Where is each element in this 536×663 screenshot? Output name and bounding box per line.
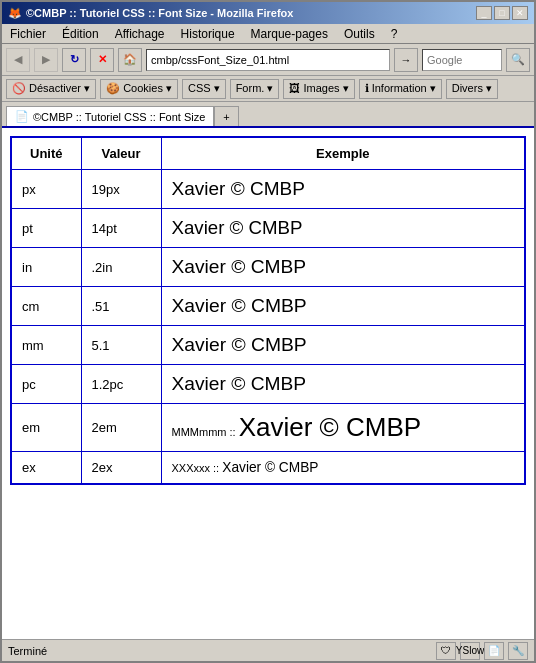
divers-button[interactable]: Divers ▾ xyxy=(446,79,498,99)
status-text: Terminé xyxy=(8,645,436,657)
go-button[interactable]: → xyxy=(394,48,418,72)
window-title: ©CMBP :: Tutoriel CSS :: Font Size - Moz… xyxy=(26,7,293,19)
cell-valeur: 2ex xyxy=(81,452,161,485)
cell-unite: px xyxy=(11,170,81,209)
close-button[interactable]: ✕ xyxy=(512,6,528,20)
cell-exemple: XXXxxx :: Xavier © CMBP xyxy=(161,452,525,485)
cell-exemple: Xavier © CMBP xyxy=(161,209,525,248)
title-bar-buttons: _ □ ✕ xyxy=(476,6,528,20)
cell-unite: pt xyxy=(11,209,81,248)
table-row: px19pxXavier © CMBP xyxy=(11,170,525,209)
cell-valeur: 5.1 xyxy=(81,326,161,365)
cookies-button[interactable]: 🍪 Cookies ▾ xyxy=(100,79,178,99)
title-bar: 🦊 ©CMBP :: Tutoriel CSS :: Font Size - M… xyxy=(2,2,534,24)
table-row: cm.51Xavier © CMBP xyxy=(11,287,525,326)
table-row: pt14ptXavier © CMBP xyxy=(11,209,525,248)
tab-bar: 📄 ©CMBP :: Tutoriel CSS :: Font Size + xyxy=(2,102,534,128)
cell-valeur: 19px xyxy=(81,170,161,209)
css-button[interactable]: CSS ▾ xyxy=(182,79,226,99)
yslow-button[interactable]: YSlow xyxy=(460,642,480,660)
reload-button[interactable]: ↻ xyxy=(62,48,86,72)
cell-unite: cm xyxy=(11,287,81,326)
cell-valeur: .2in xyxy=(81,248,161,287)
content-area: Unité Valeur Exemple px19pxXavier © CMBP… xyxy=(2,128,534,639)
shield-icon[interactable]: 🛡 xyxy=(436,642,456,660)
menu-marque-pages[interactable]: Marque-pages xyxy=(247,26,332,42)
maximize-button[interactable]: □ xyxy=(494,6,510,20)
menu-historique[interactable]: Historique xyxy=(177,26,239,42)
cell-exemple: Xavier © CMBP xyxy=(161,248,525,287)
cell-unite: pc xyxy=(11,365,81,404)
minimize-button[interactable]: _ xyxy=(476,6,492,20)
tools-icon[interactable]: 🔧 xyxy=(508,642,528,660)
menu-outils[interactable]: Outils xyxy=(340,26,379,42)
title-bar-text: 🦊 ©CMBP :: Tutoriel CSS :: Font Size - M… xyxy=(8,7,293,20)
header-exemple: Exemple xyxy=(161,137,525,170)
table-row: ex2exXXXxxx :: Xavier © CMBP xyxy=(11,452,525,485)
cell-unite: ex xyxy=(11,452,81,485)
header-valeur: Valeur xyxy=(81,137,161,170)
forward-button[interactable]: ▶ xyxy=(34,48,58,72)
tab-favicon: 📄 xyxy=(15,110,29,123)
addon-toolbar: 🚫 Désactiver ▾ 🍪 Cookies ▾ CSS ▾ Form. ▾… xyxy=(2,76,534,102)
nav-toolbar: ◀ ▶ ↻ ✕ 🏠 cmbp/cssFont_Size_01.html → 🔍 xyxy=(2,44,534,76)
browser-window: 🦊 ©CMBP :: Tutoriel CSS :: Font Size - M… xyxy=(0,0,536,663)
cell-unite: em xyxy=(11,404,81,452)
search-button[interactable]: 🔍 xyxy=(506,48,530,72)
table-row: em2emMMMmmm :: Xavier © CMBP xyxy=(11,404,525,452)
new-tab-button[interactable]: + xyxy=(214,106,238,126)
font-size-table: Unité Valeur Exemple px19pxXavier © CMBP… xyxy=(10,136,526,485)
cell-unite: in xyxy=(11,248,81,287)
stop-button[interactable]: ✕ xyxy=(90,48,114,72)
menu-fichier[interactable]: Fichier xyxy=(6,26,50,42)
cell-exemple: MMMmmm :: Xavier © CMBP xyxy=(161,404,525,452)
header-unite: Unité xyxy=(11,137,81,170)
window-favicon: 🦊 xyxy=(8,7,22,20)
cell-exemple: Xavier © CMBP xyxy=(161,326,525,365)
address-text: cmbp/cssFont_Size_01.html xyxy=(151,54,289,66)
information-button[interactable]: ℹ Information ▾ xyxy=(359,79,442,99)
cell-unite: mm xyxy=(11,326,81,365)
forms-button[interactable]: Form. ▾ xyxy=(230,79,280,99)
home-button[interactable]: 🏠 xyxy=(118,48,142,72)
page-icon[interactable]: 📄 xyxy=(484,642,504,660)
images-button[interactable]: 🖼 Images ▾ xyxy=(283,79,354,99)
menu-help[interactable]: ? xyxy=(387,26,402,42)
search-input[interactable] xyxy=(422,49,502,71)
cell-exemple: Xavier © CMBP xyxy=(161,287,525,326)
active-tab[interactable]: 📄 ©CMBP :: Tutoriel CSS :: Font Size xyxy=(6,106,214,126)
menu-edition[interactable]: Édition xyxy=(58,26,103,42)
address-bar[interactable]: cmbp/cssFont_Size_01.html xyxy=(146,49,390,71)
table-row: mm5.1Xavier © CMBP xyxy=(11,326,525,365)
menu-bar: Fichier Édition Affichage Historique Mar… xyxy=(2,24,534,44)
table-row: in.2inXavier © CMBP xyxy=(11,248,525,287)
cell-valeur: 1.2pc xyxy=(81,365,161,404)
cell-valeur: 2em xyxy=(81,404,161,452)
cell-exemple: Xavier © CMBP xyxy=(161,365,525,404)
table-row: pc1.2pcXavier © CMBP xyxy=(11,365,525,404)
desactiver-button[interactable]: 🚫 Désactiver ▾ xyxy=(6,79,96,99)
cell-valeur: 14pt xyxy=(81,209,161,248)
back-button[interactable]: ◀ xyxy=(6,48,30,72)
tab-label: ©CMBP :: Tutoriel CSS :: Font Size xyxy=(33,111,205,123)
cell-valeur: .51 xyxy=(81,287,161,326)
status-bar: Terminé 🛡 YSlow 📄 🔧 xyxy=(2,639,534,661)
menu-affichage[interactable]: Affichage xyxy=(111,26,169,42)
cell-exemple: Xavier © CMBP xyxy=(161,170,525,209)
status-right: 🛡 YSlow 📄 🔧 xyxy=(436,642,528,660)
